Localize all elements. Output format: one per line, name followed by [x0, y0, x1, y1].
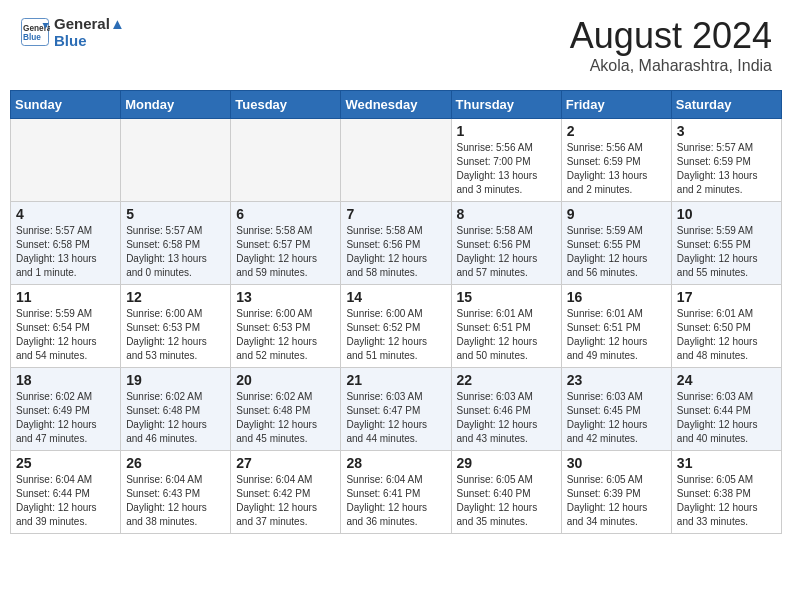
- calendar-cell: 16Sunrise: 6:01 AM Sunset: 6:51 PM Dayli…: [561, 285, 671, 368]
- day-header-sunday: Sunday: [11, 91, 121, 119]
- day-header-saturday: Saturday: [671, 91, 781, 119]
- day-number: 10: [677, 206, 776, 222]
- header-row: SundayMondayTuesdayWednesdayThursdayFrid…: [11, 91, 782, 119]
- logo-icon: General Blue: [20, 17, 50, 47]
- svg-text:Blue: Blue: [23, 33, 41, 42]
- day-number: 11: [16, 289, 115, 305]
- calendar-cell: [341, 119, 451, 202]
- day-number: 18: [16, 372, 115, 388]
- day-number: 19: [126, 372, 225, 388]
- day-info: Sunrise: 6:04 AM Sunset: 6:43 PM Dayligh…: [126, 473, 225, 529]
- title-block: August 2024 Akola, Maharashtra, India: [570, 15, 772, 75]
- calendar-cell: 31Sunrise: 6:05 AM Sunset: 6:38 PM Dayli…: [671, 451, 781, 534]
- day-number: 23: [567, 372, 666, 388]
- calendar-cell: [121, 119, 231, 202]
- day-info: Sunrise: 5:57 AM Sunset: 6:58 PM Dayligh…: [16, 224, 115, 280]
- day-header-tuesday: Tuesday: [231, 91, 341, 119]
- calendar-cell: 12Sunrise: 6:00 AM Sunset: 6:53 PM Dayli…: [121, 285, 231, 368]
- calendar-cell: 25Sunrise: 6:04 AM Sunset: 6:44 PM Dayli…: [11, 451, 121, 534]
- calendar-cell: 7Sunrise: 5:58 AM Sunset: 6:56 PM Daylig…: [341, 202, 451, 285]
- calendar-cell: 24Sunrise: 6:03 AM Sunset: 6:44 PM Dayli…: [671, 368, 781, 451]
- day-info: Sunrise: 6:02 AM Sunset: 6:48 PM Dayligh…: [236, 390, 335, 446]
- calendar-cell: 2Sunrise: 5:56 AM Sunset: 6:59 PM Daylig…: [561, 119, 671, 202]
- calendar-week-row: 4Sunrise: 5:57 AM Sunset: 6:58 PM Daylig…: [11, 202, 782, 285]
- day-number: 8: [457, 206, 556, 222]
- calendar-cell: 18Sunrise: 6:02 AM Sunset: 6:49 PM Dayli…: [11, 368, 121, 451]
- logo: General Blue General▲ Blue: [20, 15, 125, 49]
- logo-subtext: Blue: [54, 32, 125, 49]
- day-info: Sunrise: 6:03 AM Sunset: 6:47 PM Dayligh…: [346, 390, 445, 446]
- calendar-cell: 3Sunrise: 5:57 AM Sunset: 6:59 PM Daylig…: [671, 119, 781, 202]
- calendar-cell: 13Sunrise: 6:00 AM Sunset: 6:53 PM Dayli…: [231, 285, 341, 368]
- day-info: Sunrise: 6:03 AM Sunset: 6:45 PM Dayligh…: [567, 390, 666, 446]
- day-info: Sunrise: 6:03 AM Sunset: 6:44 PM Dayligh…: [677, 390, 776, 446]
- calendar-cell: [11, 119, 121, 202]
- calendar-cell: 8Sunrise: 5:58 AM Sunset: 6:56 PM Daylig…: [451, 202, 561, 285]
- day-number: 14: [346, 289, 445, 305]
- calendar-week-row: 18Sunrise: 6:02 AM Sunset: 6:49 PM Dayli…: [11, 368, 782, 451]
- day-number: 28: [346, 455, 445, 471]
- calendar-cell: 14Sunrise: 6:00 AM Sunset: 6:52 PM Dayli…: [341, 285, 451, 368]
- day-number: 3: [677, 123, 776, 139]
- calendar-cell: [231, 119, 341, 202]
- day-info: Sunrise: 5:59 AM Sunset: 6:55 PM Dayligh…: [677, 224, 776, 280]
- day-info: Sunrise: 6:02 AM Sunset: 6:48 PM Dayligh…: [126, 390, 225, 446]
- logo-text: General▲: [54, 15, 125, 32]
- day-number: 7: [346, 206, 445, 222]
- day-number: 2: [567, 123, 666, 139]
- day-number: 4: [16, 206, 115, 222]
- day-number: 21: [346, 372, 445, 388]
- day-number: 25: [16, 455, 115, 471]
- day-info: Sunrise: 6:04 AM Sunset: 6:44 PM Dayligh…: [16, 473, 115, 529]
- calendar-cell: 20Sunrise: 6:02 AM Sunset: 6:48 PM Dayli…: [231, 368, 341, 451]
- calendar-table: SundayMondayTuesdayWednesdayThursdayFrid…: [10, 90, 782, 534]
- day-number: 22: [457, 372, 556, 388]
- day-number: 13: [236, 289, 335, 305]
- day-number: 20: [236, 372, 335, 388]
- day-info: Sunrise: 6:05 AM Sunset: 6:40 PM Dayligh…: [457, 473, 556, 529]
- calendar-cell: 5Sunrise: 5:57 AM Sunset: 6:58 PM Daylig…: [121, 202, 231, 285]
- day-number: 15: [457, 289, 556, 305]
- day-info: Sunrise: 6:01 AM Sunset: 6:50 PM Dayligh…: [677, 307, 776, 363]
- day-info: Sunrise: 6:03 AM Sunset: 6:46 PM Dayligh…: [457, 390, 556, 446]
- day-number: 1: [457, 123, 556, 139]
- calendar-cell: 6Sunrise: 5:58 AM Sunset: 6:57 PM Daylig…: [231, 202, 341, 285]
- calendar-cell: 28Sunrise: 6:04 AM Sunset: 6:41 PM Dayli…: [341, 451, 451, 534]
- day-header-wednesday: Wednesday: [341, 91, 451, 119]
- day-info: Sunrise: 6:04 AM Sunset: 6:41 PM Dayligh…: [346, 473, 445, 529]
- calendar-week-row: 11Sunrise: 5:59 AM Sunset: 6:54 PM Dayli…: [11, 285, 782, 368]
- calendar-cell: 9Sunrise: 5:59 AM Sunset: 6:55 PM Daylig…: [561, 202, 671, 285]
- calendar-cell: 29Sunrise: 6:05 AM Sunset: 6:40 PM Dayli…: [451, 451, 561, 534]
- calendar-cell: 1Sunrise: 5:56 AM Sunset: 7:00 PM Daylig…: [451, 119, 561, 202]
- day-info: Sunrise: 6:00 AM Sunset: 6:53 PM Dayligh…: [126, 307, 225, 363]
- day-info: Sunrise: 6:04 AM Sunset: 6:42 PM Dayligh…: [236, 473, 335, 529]
- day-info: Sunrise: 5:58 AM Sunset: 6:56 PM Dayligh…: [346, 224, 445, 280]
- calendar-cell: 10Sunrise: 5:59 AM Sunset: 6:55 PM Dayli…: [671, 202, 781, 285]
- sub-title: Akola, Maharashtra, India: [570, 57, 772, 75]
- calendar-cell: 27Sunrise: 6:04 AM Sunset: 6:42 PM Dayli…: [231, 451, 341, 534]
- calendar-week-row: 1Sunrise: 5:56 AM Sunset: 7:00 PM Daylig…: [11, 119, 782, 202]
- day-info: Sunrise: 6:05 AM Sunset: 6:38 PM Dayligh…: [677, 473, 776, 529]
- calendar-cell: 17Sunrise: 6:01 AM Sunset: 6:50 PM Dayli…: [671, 285, 781, 368]
- day-number: 6: [236, 206, 335, 222]
- day-number: 9: [567, 206, 666, 222]
- day-info: Sunrise: 6:00 AM Sunset: 6:53 PM Dayligh…: [236, 307, 335, 363]
- day-header-thursday: Thursday: [451, 91, 561, 119]
- day-number: 24: [677, 372, 776, 388]
- day-info: Sunrise: 5:59 AM Sunset: 6:55 PM Dayligh…: [567, 224, 666, 280]
- day-info: Sunrise: 5:56 AM Sunset: 7:00 PM Dayligh…: [457, 141, 556, 197]
- day-info: Sunrise: 6:00 AM Sunset: 6:52 PM Dayligh…: [346, 307, 445, 363]
- day-number: 12: [126, 289, 225, 305]
- day-number: 26: [126, 455, 225, 471]
- calendar-cell: 4Sunrise: 5:57 AM Sunset: 6:58 PM Daylig…: [11, 202, 121, 285]
- calendar-cell: 26Sunrise: 6:04 AM Sunset: 6:43 PM Dayli…: [121, 451, 231, 534]
- calendar-cell: 11Sunrise: 5:59 AM Sunset: 6:54 PM Dayli…: [11, 285, 121, 368]
- calendar-cell: 23Sunrise: 6:03 AM Sunset: 6:45 PM Dayli…: [561, 368, 671, 451]
- day-number: 27: [236, 455, 335, 471]
- calendar-cell: 15Sunrise: 6:01 AM Sunset: 6:51 PM Dayli…: [451, 285, 561, 368]
- day-number: 31: [677, 455, 776, 471]
- day-info: Sunrise: 5:58 AM Sunset: 6:56 PM Dayligh…: [457, 224, 556, 280]
- day-info: Sunrise: 6:02 AM Sunset: 6:49 PM Dayligh…: [16, 390, 115, 446]
- day-info: Sunrise: 5:56 AM Sunset: 6:59 PM Dayligh…: [567, 141, 666, 197]
- day-info: Sunrise: 6:01 AM Sunset: 6:51 PM Dayligh…: [567, 307, 666, 363]
